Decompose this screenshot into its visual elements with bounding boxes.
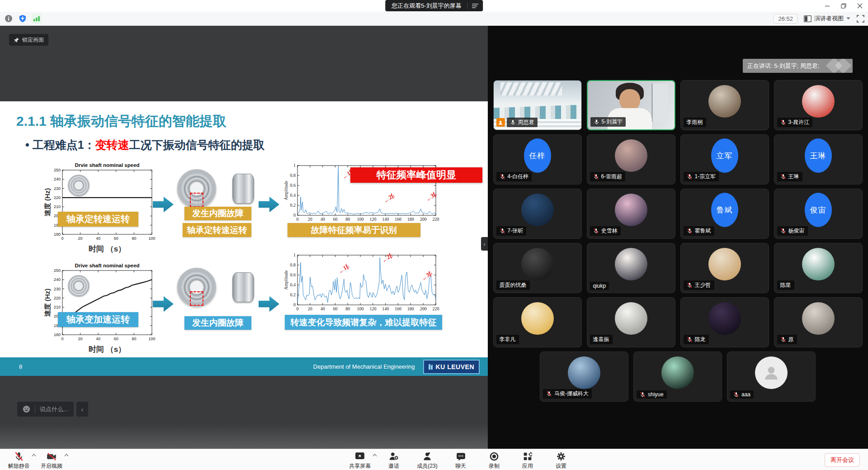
svg-text:220: 220 (54, 296, 61, 300)
chevron-up-icon[interactable] (32, 454, 36, 456)
quick-chat-bar[interactable]: 说点什么... ‹ (17, 402, 88, 417)
participant-tile[interactable]: 5-刘晨宇 (587, 80, 675, 130)
svg-text:210: 210 (54, 204, 61, 209)
participant-tile[interactable]: 陈星 (774, 243, 863, 293)
toolbar-button-label: 开启视频 (41, 462, 62, 470)
lock-view-button[interactable]: 锁定画面 (9, 34, 48, 46)
close-icon[interactable] (852, 0, 868, 12)
participant-tile[interactable]: 原 (774, 297, 863, 347)
participant-tile[interactable]: 6-雷雨超 (587, 134, 675, 185)
svg-text:20: 20 (78, 236, 83, 241)
chat-collapse-icon[interactable]: ‹ (76, 402, 88, 417)
toolbar-chat-button[interactable]: 聊天 (449, 451, 475, 470)
toolbar-record-button[interactable]: 录制 (483, 451, 508, 470)
toolbar-button-label: 共享屏幕 (349, 462, 371, 470)
window-title-bar: 您正在观看5-刘晨宇的屏幕 (0, 0, 868, 12)
presenter-badge-icon (496, 118, 505, 127)
department-label: Department of Mechanical Engineering (313, 363, 415, 370)
svg-text:40: 40 (321, 217, 325, 222)
toolbar-apps-button[interactable]: 应用 (516, 451, 542, 470)
panel-expand-handle[interactable]: › (481, 237, 488, 251)
participant-tile[interactable]: 逢嘉振 (587, 297, 675, 347)
svg-text:0.6: 0.6 (290, 272, 296, 277)
participant-tile[interactable]: 王琳 王琳 (774, 134, 863, 185)
svg-text:20: 20 (78, 337, 83, 341)
restore-icon[interactable] (835, 0, 852, 12)
mic-muted-icon (14, 451, 24, 461)
participant-tile[interactable]: 俊宙 杨俊宙 (774, 189, 863, 239)
bottom-toolbar: 解除静音 开启视频 共享屏幕 邀请 成员(23) 聊天 录制 应用 设置 离开会… (0, 449, 868, 470)
avatar (521, 248, 554, 280)
emoji-icon[interactable] (23, 405, 30, 413)
meeting-info-icon[interactable] (4, 14, 14, 24)
participant-tile[interactable]: 任梓 4-白任梓 (493, 134, 582, 185)
toolbar-mic-muted-button[interactable]: 解除静音 (7, 451, 33, 470)
participant-tile[interactable]: 蛋蛋的忧桑 (493, 243, 582, 293)
page-number: 8 (19, 363, 22, 370)
svg-text:80: 80 (345, 306, 350, 311)
apps-icon (523, 451, 532, 461)
network-signal-icon[interactable] (32, 14, 42, 24)
view-mode-selector[interactable]: 演讲者视图 (804, 14, 850, 23)
toolbar-camera-off-button[interactable]: 开启视频 (40, 451, 66, 470)
chevron-up-icon[interactable] (373, 454, 377, 456)
slide-footer: 8 Department of Mechanical Engineering K… (0, 357, 488, 376)
participant-tile[interactable]: qiukp (587, 243, 675, 293)
participant-name: qiukp (593, 283, 606, 289)
participant-tile[interactable]: aaa (727, 351, 816, 402)
camera-off-icon (47, 451, 57, 461)
avatar (615, 248, 647, 280)
participant-tile[interactable]: 3-晁许江 (774, 80, 863, 130)
participant-tile[interactable]: 史雪林 (587, 189, 675, 239)
participant-tile[interactable]: 李雨桐 (680, 80, 769, 130)
toolbar-button-label: 应用 (522, 462, 533, 470)
participant-name: 5-刘晨宇 (602, 118, 623, 126)
toolbar-screen-share-button[interactable]: 共享屏幕 (348, 451, 374, 470)
participants-panel: 正在讲话: 5-刘晨宇; 周思君; 周思君 5-刘晨宇李雨桐 3-晁许江任梓 4… (488, 26, 868, 449)
participant-tile[interactable]: shiyue (633, 351, 722, 402)
svg-text:180: 180 (54, 332, 61, 337)
pill-menu-icon[interactable] (467, 0, 483, 11)
participant-tile[interactable]: 李非凡 (493, 297, 582, 347)
participant-tile[interactable]: 鲁斌 霍鲁斌 (680, 189, 769, 239)
participant-tile[interactable]: 周思君 (493, 80, 582, 130)
participant-grid: 周思君 5-刘晨宇李雨桐 3-晁许江任梓 4-白任梓 6-雷雨超立军 1-宗立军… (492, 80, 863, 402)
svg-text:时间 （s）: 时间 （s） (89, 245, 126, 253)
avatar (615, 194, 647, 226)
fullscreen-icon[interactable] (857, 15, 864, 23)
svg-text:1: 1 (293, 163, 296, 168)
svg-text:0.8: 0.8 (290, 173, 296, 178)
shared-screen-stage: 锁定画面 2.1.1 轴承振动信号特征的智能提取 • 工程难点1：变转速工况下振… (0, 26, 488, 449)
svg-text:100: 100 (357, 217, 364, 222)
toolbar-invite-button[interactable]: 邀请 (382, 451, 408, 470)
chat-icon (456, 451, 466, 461)
fault-highlight-box (190, 193, 203, 207)
mic-muted-icon (780, 174, 786, 180)
participant-tile[interactable]: 立军 1-宗立军 (680, 134, 769, 185)
chevron-up-icon[interactable] (64, 454, 69, 456)
toolbar-settings-button[interactable]: 设置 (550, 451, 575, 470)
participant-tile[interactable]: 陈龙 (680, 297, 769, 347)
participant-tile[interactable]: 7-张昕 (493, 189, 582, 239)
avatar (708, 248, 741, 280)
bearing-image (68, 275, 90, 297)
svg-text:250: 250 (54, 268, 61, 273)
participant-tile[interactable]: 马俊-挪威科大 (540, 351, 628, 402)
avatar (708, 302, 741, 335)
toolbar-members-button[interactable]: 成员(23) (416, 451, 441, 470)
chat-input[interactable]: 说点什么... (17, 402, 74, 417)
svg-text:时间 （s）: 时间 （s） (89, 345, 126, 354)
mic-muted-icon (780, 228, 786, 234)
minimize-icon[interactable] (819, 0, 835, 12)
participant-tile[interactable]: 王少哲 (680, 243, 769, 293)
avatar (708, 85, 741, 118)
ku-leuven-emblem-icon (428, 363, 434, 370)
svg-text:速度 (Hz): 速度 (Hz) (44, 188, 51, 217)
svg-text:120: 120 (369, 217, 376, 222)
svg-text:180: 180 (407, 306, 414, 311)
mic-icon (510, 119, 516, 125)
security-shield-icon[interactable] (18, 14, 28, 24)
participant-name: 1-宗立军 (695, 173, 716, 180)
svg-text:80: 80 (132, 337, 136, 341)
leave-meeting-button[interactable]: 离开会议 (825, 453, 860, 467)
